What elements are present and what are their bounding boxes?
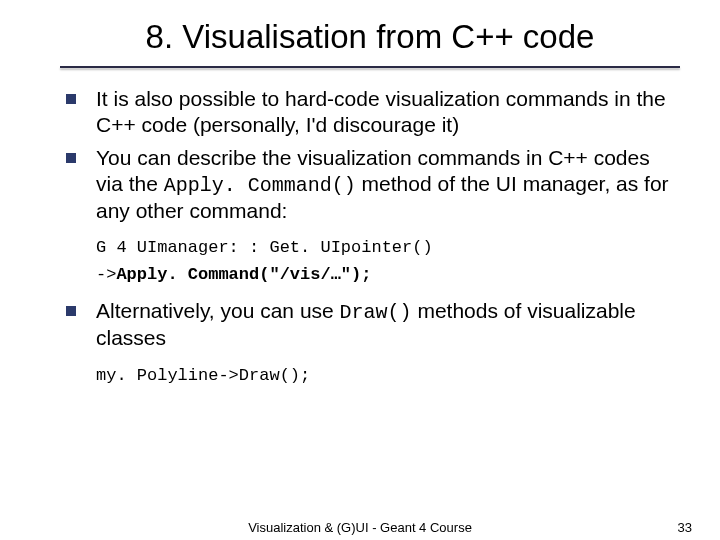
code-line-2: ->Apply. Command("/vis/…"); [96, 261, 680, 288]
code-block-1: G 4 UImanager: : Get. UIpointer() ->Appl… [96, 234, 680, 288]
bullet-1-text-em: hard-code visualization commands [285, 87, 608, 110]
bullet-item-2: You can describe the visualization comma… [66, 145, 680, 225]
bullet-3-code: Draw() [340, 301, 412, 324]
bullet-3-text-pre: Alternatively, you can use [96, 299, 340, 322]
square-bullet-icon [66, 306, 76, 316]
code-line-2-pre: -> [96, 265, 116, 284]
title-underline [60, 66, 680, 68]
code-block-2: my. Polyline->Draw(); [96, 362, 680, 389]
bullet-2-code: Apply. Command() [164, 174, 356, 197]
square-bullet-icon [66, 153, 76, 163]
square-bullet-icon [66, 94, 76, 104]
bullet-list-2: Alternatively, you can use Draw() method… [60, 298, 680, 351]
bullet-item-3: Alternatively, you can use Draw() method… [66, 298, 680, 351]
page-number: 33 [678, 520, 692, 535]
bullet-list: It is also possible to hard-code visuali… [60, 86, 680, 224]
code-line-1: G 4 UImanager: : Get. UIpointer() [96, 234, 680, 261]
code-line-3: my. Polyline->Draw(); [96, 362, 680, 389]
footer-text: Visualization & (G)UI - Geant 4 Course [248, 520, 472, 535]
slide: 8. Visualisation from C++ code It is als… [0, 0, 720, 540]
bullet-item-1: It is also possible to hard-code visuali… [66, 86, 680, 139]
code-line-2-bold: Apply. Command("/vis/…"); [116, 265, 371, 284]
bullet-1-text-pre: It is also possible to [96, 87, 285, 110]
slide-title: 8. Visualisation from C++ code [60, 18, 680, 56]
